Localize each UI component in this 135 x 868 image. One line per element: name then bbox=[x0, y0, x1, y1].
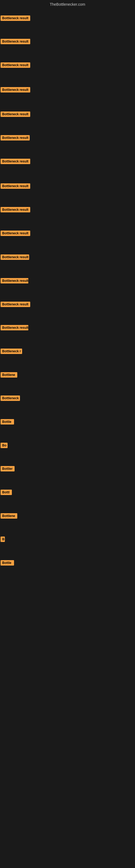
bottleneck-badge-4: Bottleneck result bbox=[1, 87, 30, 93]
bottleneck-badge-6: Bottleneck result bbox=[1, 135, 30, 141]
bottleneck-badge-5: Bottleneck result bbox=[1, 112, 30, 117]
bottleneck-badge-3: Bottleneck result bbox=[1, 62, 30, 68]
bottleneck-badge-21: Bottl bbox=[1, 490, 12, 495]
bottleneck-badge-7: Bottleneck result bbox=[1, 159, 30, 164]
bottleneck-badge-15: Bottleneck r bbox=[1, 348, 22, 354]
bottleneck-badge-23: B bbox=[1, 536, 5, 542]
bottleneck-badge-16: Bottlene bbox=[1, 372, 17, 378]
bottleneck-badge-20: Bottler bbox=[1, 466, 14, 471]
bottleneck-badge-11: Bottleneck result bbox=[1, 254, 29, 260]
site-title: TheBottlenecker.com bbox=[50, 2, 85, 6]
bottleneck-badge-22: Bottlene bbox=[1, 513, 17, 519]
bottleneck-badge-13: Bottleneck result bbox=[1, 302, 30, 307]
bottleneck-badge-8: Bottleneck result bbox=[1, 183, 30, 189]
bottleneck-badge-24: Bottle bbox=[1, 560, 14, 565]
bottleneck-badge-12: Bottleneck result bbox=[1, 278, 28, 283]
bottleneck-badge-2: Bottleneck result bbox=[1, 39, 30, 44]
bottleneck-badge-19: Bo bbox=[1, 443, 8, 448]
bottleneck-badge-10: Bottleneck result bbox=[1, 230, 30, 236]
bottleneck-badge-14: Bottleneck result bbox=[1, 325, 28, 330]
bottleneck-badge-9: Bottleneck result bbox=[1, 207, 30, 212]
bottleneck-badge-1: Bottleneck result bbox=[1, 16, 30, 21]
bottleneck-badge-17: Bottleneck bbox=[1, 396, 20, 401]
bottleneck-badge-18: Bottle bbox=[1, 419, 14, 425]
